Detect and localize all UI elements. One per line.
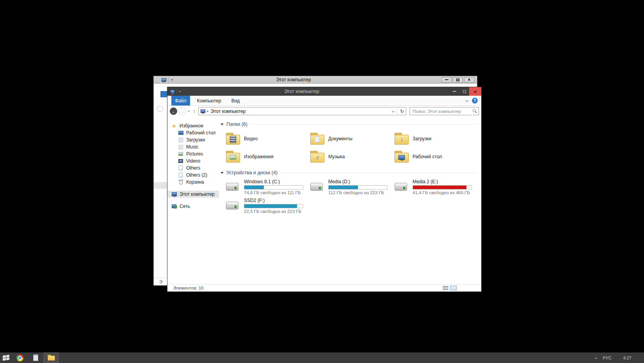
window-content: ★ Избранное Рабочий стол ↓ Загрузки [167,116,481,284]
folder-item-label: Видео [244,136,258,141]
sidebar-item-label: Videos [186,158,200,164]
up-button[interactable]: ↑ [192,108,197,114]
folder-item-label: Изображения [244,154,273,159]
sidebar-item[interactable]: ↓ Загрузки [167,136,219,143]
network-mini-icon [172,204,176,208]
folders-grid: Видео Документы ↓ Загрузки [226,130,479,166]
folder-item[interactable]: Документы [310,130,395,148]
minimize-ribbon-icon[interactable] [465,98,468,102]
drive-name: SSD2 (F:) [244,198,303,203]
drive-usage-bar [328,185,388,190]
details-view-icon[interactable] [443,286,448,290]
sidebar-item[interactable]: Pictures [167,150,219,157]
close-button[interactable]: × [464,77,474,82]
address-dropdown-icon[interactable] [392,110,395,113]
drive-free-space: 22,5 ГБ свободно из 223 ГБ [244,209,303,214]
desktop: ▾ Этот компьютер × Э ▾ Этот компьютер [0,0,644,363]
group-rule [281,173,477,173]
drive-item[interactable]: SSD2 (F:) 22,5 ГБ свободно из 223 ГБ [226,196,310,215]
pictures-mini-icon [178,152,183,156]
folders-group-header[interactable]: Папки (6) [221,121,479,127]
breadcrumb-arrow-icon[interactable]: ▸ [207,109,209,113]
sidebar-item[interactable]: ♪ Music [167,143,219,150]
videos-mini-icon [178,159,183,163]
sidebar-item[interactable]: Этот компьютер [167,191,219,198]
maximize-button[interactable] [459,87,469,96]
minimize-icon [445,79,448,80]
folder-item-label: Загрузки [413,136,431,141]
items-count: Элементов: 10 [173,286,203,290]
sidebar-item-label: Pictures [186,151,203,157]
ribbon-tab[interactable]: Вид [228,96,243,106]
window-title: Этот компьютер [284,89,319,94]
back-window-title: Этот компьютер [276,77,311,82]
computer-mini-icon [172,192,177,196]
back-window-titlebar[interactable]: ▾ Этот компьютер × [154,76,477,84]
sidebar-item-label: Сеть [180,204,190,209]
back-button[interactable]: ← [170,107,177,115]
qat-dropdown-icon[interactable]: ▾ [171,78,173,82]
sidebar-item[interactable]: Сеть [167,203,219,210]
computer-icon [170,90,175,93]
divider [169,78,169,82]
taskbar-button[interactable] [44,352,59,363]
divider [177,89,177,94]
sidebar-item-label: Music [186,144,198,150]
windows-logo-icon [3,355,9,361]
forward-button[interactable]: ← [179,107,186,115]
ribbon-tab[interactable]: Файл [171,96,190,106]
qat-dropdown-icon[interactable]: ▾ [179,90,181,93]
close-icon: × [468,77,470,82]
drive-item[interactable]: Media 2 (E:) 41,4 ГБ свободно из 465 ГБ [395,177,479,196]
chrome-icon [16,354,23,361]
search-input[interactable] [409,107,479,115]
system-tray: ▴ РУС 4:27 [595,356,644,360]
folder-item[interactable]: ♪ Музыка [310,148,395,166]
hard-drive-icon [310,183,323,191]
sidebar-item[interactable]: Рабочий стол [167,129,219,136]
taskbar-button[interactable] [12,352,27,363]
taskbar-button[interactable] [28,352,43,363]
folder-item[interactable]: Видео [226,130,310,148]
navigation-pane: ★ Избранное Рабочий стол ↓ Загрузки [167,116,219,284]
drive-item[interactable]: Windows 8.1 (C:) 74,8 ГБ свободно из 111… [226,177,310,196]
hard-drive-icon [395,183,407,191]
drive-usage-fill [244,186,264,189]
recent-locations-dropdown-icon[interactable]: ▾ [188,109,190,113]
sidebar-item[interactable]: Videos [167,157,219,165]
others-mini-icon [179,166,183,170]
ribbon-tab[interactable]: Компьютер [194,96,224,106]
hard-drive-icon [226,183,238,191]
sidebar-item[interactable]: Others [167,165,219,172]
star-icon: ★ [172,123,176,129]
minimize-button[interactable] [450,87,459,96]
address-bar[interactable]: ▸ Этот компьютер ↻ [198,107,406,115]
language-indicator[interactable]: РУС [603,356,612,360]
help-icon[interactable]: ? [472,98,478,104]
drive-usage-fill [413,186,466,189]
drive-usage-fill [244,204,297,208]
minimize-button[interactable] [441,77,452,82]
clock[interactable]: 4:27 [623,356,632,360]
titlebar[interactable]: ▾ Этот компьютер × [167,87,481,96]
refresh-icon[interactable]: ↻ [400,109,404,114]
folder-item[interactable]: Рабочий стол [395,148,479,166]
navigation-bar: ← ← ▾ ↑ ▸ Этот компьютер ↻ [167,106,481,116]
sidebar-item[interactable]: Others (2) [167,172,219,179]
drives-group-header[interactable]: Устройства и диски (4) [221,170,479,176]
close-button[interactable]: × [469,87,481,96]
start-button[interactable] [0,352,12,363]
drive-item[interactable]: Media (D:) 112 ГБ свободно из 223 ГБ [310,177,395,196]
maximize-button[interactable] [453,77,463,82]
sidebar-item[interactable]: Корзина [167,179,219,186]
sidebar-item[interactable]: ★ Избранное [167,122,219,129]
thumbnails-view-icon[interactable] [450,286,457,290]
tray-expand-icon[interactable]: ▴ [595,356,597,359]
collapse-group-icon [221,123,224,125]
drive-usage-bar [244,204,303,208]
folder-item[interactable]: Изображения [226,148,310,166]
sidebar-item-label: Рабочий стол [186,130,215,136]
drive-free-space: 74,8 ГБ свободно из 111 ГБ [244,190,303,195]
folder-item[interactable]: ↓ Загрузки [395,130,479,148]
breadcrumb[interactable]: Этот компьютер [211,109,246,114]
